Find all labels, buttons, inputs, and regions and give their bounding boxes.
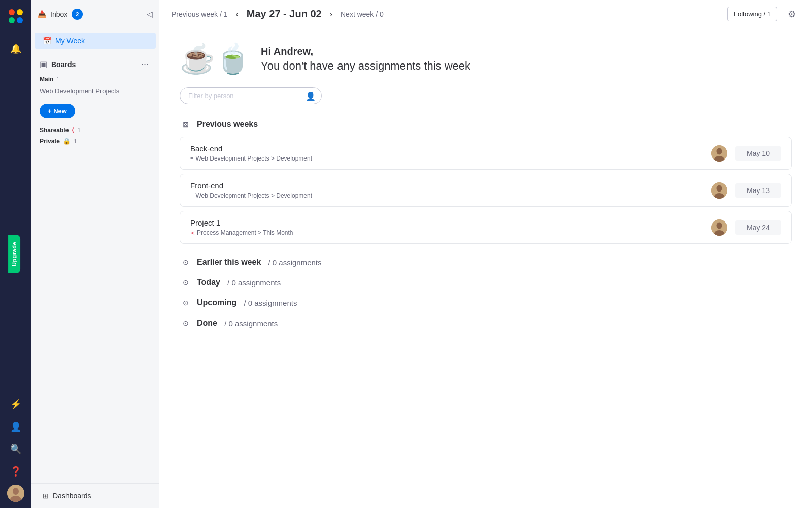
inbox-icon: 📥 [38,10,46,18]
sidebar-item-dashboards[interactable]: ⊞ Dashboards [35,488,156,504]
sidebar-item-web-dev[interactable]: Web Development Projects [31,84,159,99]
task-date: May 13 [735,183,781,198]
prev-week-arrow[interactable]: ‹ [234,10,241,19]
task-left: Back-end ≡ Web Development Projects > De… [190,144,312,162]
task-right: May 10 [711,145,781,162]
user-avatar[interactable] [7,485,24,502]
inbox-nav-item[interactable]: 📥 Inbox 2 [38,9,83,20]
main-count: 1 [56,76,59,82]
shareable-group-label: Shareable ⟨ 1 [31,123,159,135]
greeting-name: Hi Andrew, [261,46,470,57]
task-path-icon: ≡ [190,155,193,162]
earlier-title: Earlier this week [197,258,261,267]
next-week-link[interactable]: Next week / 0 [341,10,384,18]
inbox-label: Inbox [50,10,67,18]
filter-person-icon: 👤 [306,91,316,101]
task-avatar [711,219,727,236]
earlier-this-week-section: ⊙ Earlier this week / 0 assignments [180,256,792,268]
task-card-project1[interactable]: Project 1 ≺ Process Management > This Mo… [180,211,792,244]
task-left: Front-end ≡ Web Development Projects > D… [190,181,312,199]
previous-weeks-header[interactable]: ⊠ Previous weeks [180,118,792,131]
new-button[interactable]: + New [40,104,75,118]
previous-weeks-collapse-icon: ⊠ [180,118,192,131]
task-avatar [711,182,727,199]
done-section: ⊙ Done / 0 assignments [180,317,792,329]
prev-week-link[interactable]: Previous week / 1 [172,10,228,18]
task-path-text: Web Development Projects > Development [195,155,312,162]
earlier-count: / 0 assignments [266,258,321,267]
task-date: May 24 [735,220,781,235]
done-header[interactable]: ⊙ Done / 0 assignments [180,317,792,329]
shareable-icon: ⟨ [72,126,74,134]
task-card-backend[interactable]: Back-end ≡ Web Development Projects > De… [180,137,792,170]
upgrade-button[interactable]: Upgrade [8,235,20,273]
greeting-emoji: ☕🍵 [180,45,251,73]
upcoming-collapse-icon: ⊙ [180,297,192,309]
following-button[interactable]: Following / 1 [727,7,777,21]
earlier-collapse-icon: ⊙ [180,256,192,268]
settings-gear-button[interactable]: ⚙ [784,6,800,22]
top-bar: Previous week / 1 ‹ May 27 - Jun 02 › Ne… [159,0,812,28]
search-icon[interactable]: 🔍 [7,440,25,458]
svg-point-14 [717,222,722,229]
task-path: ≡ Web Development Projects > Development [190,155,312,162]
greeting-section: ☕🍵 Hi Andrew, You don't have any assignm… [180,45,792,73]
sidebar-nav: 📅 My Week [31,28,159,53]
today-collapse-icon: ⊙ [180,276,192,289]
task-path-icon: ≡ [190,193,193,199]
svg-point-8 [717,148,722,154]
notifications-icon[interactable]: 🔔 [7,40,25,58]
content-area: ☕🍵 Hi Andrew, You don't have any assignm… [159,28,812,508]
earlier-this-week-header[interactable]: ⊙ Earlier this week / 0 assignments [180,256,792,268]
previous-weeks-title: Previous weeks [197,120,258,129]
done-title: Done [197,319,217,328]
invite-icon[interactable]: 👤 [7,418,25,436]
filter-input[interactable] [180,87,322,104]
dashboards-icon: ⊞ [43,492,49,500]
week-navigation: Previous week / 1 ‹ May 27 - Jun 02 › Ne… [172,8,384,20]
today-count: / 0 assignments [225,278,281,287]
greeting-text: Hi Andrew, You don't have any assignment… [261,46,470,73]
help-icon[interactable]: ❓ [7,462,25,481]
icon-rail: 🔔 ⚡ 👤 🔍 ❓ Upgrade [0,0,31,508]
task-date: May 10 [735,146,781,161]
main-label: Main [40,76,53,83]
task-right: May 24 [711,219,781,236]
task-card-frontend[interactable]: Front-end ≡ Web Development Projects > D… [180,174,792,207]
activity-icon[interactable]: ⚡ [7,395,25,414]
boards-menu-button[interactable]: ··· [139,58,151,71]
collapse-sidebar-button[interactable]: ◁ [147,9,153,19]
app-logo[interactable] [7,7,25,25]
sidebar-bottom: ⊞ Dashboards [31,483,159,508]
task-right: May 13 [711,182,781,199]
task-name: Back-end [190,144,312,153]
previous-weeks-section: ⊠ Previous weeks Back-end ≡ Web Developm… [180,118,792,244]
lock-icon: 🔒 [63,138,71,145]
filter-bar: 👤 [180,87,792,104]
sidebar-item-my-week[interactable]: 📅 My Week [35,33,156,49]
task-left: Project 1 ≺ Process Management > This Mo… [190,218,293,236]
task-path-text: Web Development Projects > Development [195,192,312,199]
main-group-label: Main 1 [31,73,159,84]
task-path: ≺ Process Management > This Month [190,229,293,236]
top-bar-right: Following / 1 ⚙ [727,6,800,22]
private-count: 1 [74,138,77,144]
main-content: Previous week / 1 ‹ May 27 - Jun 02 › Ne… [159,0,812,508]
task-path: ≡ Web Development Projects > Development [190,192,312,199]
task-name: Project 1 [190,218,293,227]
upcoming-section: ⊙ Upcoming / 0 assignments [180,297,792,309]
task-name: Front-end [190,181,312,190]
next-week-arrow[interactable]: › [328,10,334,19]
shareable-label: Shareable [40,126,69,134]
today-title: Today [197,278,220,287]
svg-point-1 [17,9,23,15]
task-path-text: Process Management > This Month [197,229,293,236]
svg-point-2 [9,17,15,23]
filter-input-wrapper: 👤 [180,87,322,104]
upcoming-header[interactable]: ⊙ Upcoming / 0 assignments [180,297,792,309]
done-count: / 0 assignments [222,319,278,328]
task-avatar [711,145,727,162]
task-path-icon: ≺ [190,230,195,236]
today-header[interactable]: ⊙ Today / 0 assignments [180,276,792,289]
my-week-icon: 📅 [43,37,51,45]
